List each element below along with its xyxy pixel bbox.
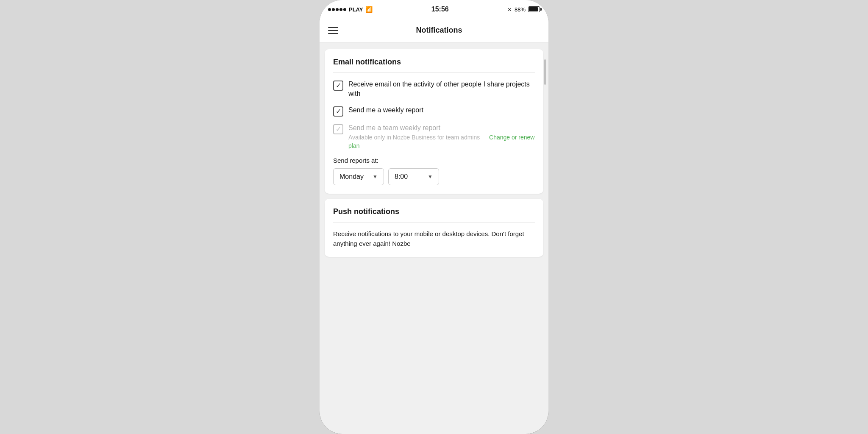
wifi-icon: 📶 xyxy=(365,6,373,13)
checkbox-team-weekly-content: Send me a team weekly report Available o… xyxy=(348,123,535,150)
availability-description: Available only in Nozbe Business for tea… xyxy=(348,134,487,141)
send-reports-label: Send reports at: xyxy=(333,157,535,164)
checkbox-item-team-weekly: ✓ Send me a team weekly report Available… xyxy=(333,123,535,150)
dropdowns-row: Monday ▼ 8:00 ▼ xyxy=(333,168,535,185)
checkbox-team-weekly[interactable]: ✓ xyxy=(333,124,343,134)
phone-screen: PLAY 📶 15:56 ⨯ 88% Notifications xyxy=(320,0,548,434)
status-bar: PLAY 📶 15:56 ⨯ 88% xyxy=(320,0,548,19)
time-dropdown-arrow: ▼ xyxy=(428,174,433,180)
checkbox-item-weekly: ✓ Send me a weekly report xyxy=(333,106,535,117)
checkbox-item-activity: ✓ Receive email on the activity of other… xyxy=(333,80,535,99)
email-notifications-card: Email notifications ✓ Receive email on t… xyxy=(325,49,543,194)
push-notifications-title: Push notifications xyxy=(333,207,535,223)
day-dropdown[interactable]: Monday ▼ xyxy=(333,168,384,185)
signal-icon xyxy=(328,8,346,11)
bluetooth-icon: ⨯ xyxy=(507,6,512,13)
battery-percent: 88% xyxy=(515,6,526,13)
content-area: Email notifications ✓ Receive email on t… xyxy=(320,42,548,434)
availability-text: Available only in Nozbe Business for tea… xyxy=(348,134,535,150)
checkbox-team-weekly-label: Send me a team weekly report xyxy=(348,124,440,131)
checkbox-weekly-label: Send me a weekly report xyxy=(348,106,423,115)
hamburger-line-3 xyxy=(328,33,338,34)
checkmark-icon: ✓ xyxy=(336,82,341,89)
page-title: Notifications xyxy=(338,26,540,35)
nav-bar: Notifications xyxy=(320,19,548,42)
status-left: PLAY 📶 xyxy=(328,6,373,13)
checkmark-icon-3: ✓ xyxy=(336,126,341,133)
status-right: ⨯ 88% xyxy=(507,6,540,13)
phone-frame: PLAY 📶 15:56 ⨯ 88% Notifications xyxy=(320,0,548,434)
push-notifications-card: Push notifications Receive notifications… xyxy=(325,199,543,257)
hamburger-line-1 xyxy=(328,27,338,28)
hamburger-menu-button[interactable] xyxy=(328,27,338,34)
scroll-indicator xyxy=(544,59,546,85)
push-notifications-description: Receive notifications to your mobile or … xyxy=(333,229,535,248)
checkmark-icon-2: ✓ xyxy=(336,108,341,115)
battery-icon xyxy=(528,6,540,12)
hamburger-line-2 xyxy=(328,30,338,31)
checkbox-activity[interactable]: ✓ xyxy=(333,81,343,91)
checkbox-activity-label: Receive email on the activity of other p… xyxy=(348,80,535,99)
email-notifications-title: Email notifications xyxy=(333,58,535,73)
status-time: 15:56 xyxy=(431,6,449,13)
time-dropdown-value: 8:00 xyxy=(395,173,408,181)
day-dropdown-value: Monday xyxy=(339,173,364,181)
carrier-name: PLAY xyxy=(349,6,363,13)
time-dropdown[interactable]: 8:00 ▼ xyxy=(388,168,439,185)
battery-fill xyxy=(529,7,538,11)
checkbox-weekly[interactable]: ✓ xyxy=(333,106,343,117)
day-dropdown-arrow: ▼ xyxy=(373,174,378,180)
